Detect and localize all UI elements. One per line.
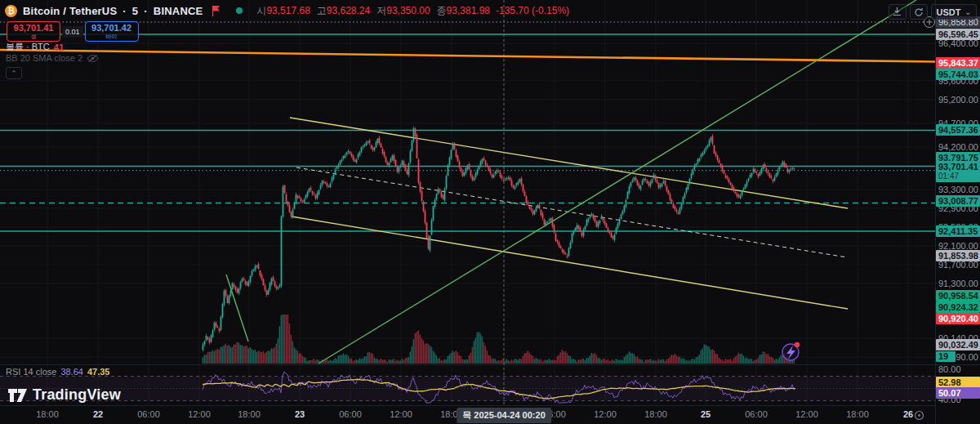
- rsi-legend[interactable]: RSI 14 close 38.64 47.35: [6, 367, 109, 377]
- bb-legend-label: BB 20 SMA close 2: [6, 53, 82, 63]
- close-value: 93,381.98: [447, 5, 490, 16]
- time-axis[interactable]: 18:002206:0012:0018:002306:0012:0018:000…: [0, 405, 936, 424]
- exchange-label[interactable]: BINANCE: [154, 5, 203, 17]
- price-tick: 80.00: [938, 364, 961, 374]
- chart-stage: ₿ Bitcoin / TetherUS · 5 · BINANCE 시93,5…: [0, 0, 980, 424]
- chevron-up-icon: ⌃: [11, 69, 17, 78]
- close-label: 종: [437, 5, 447, 16]
- currency-dropdown[interactable]: USDT ⌄: [931, 4, 978, 20]
- time-label: 26: [903, 409, 913, 419]
- order-widget: 93,701.41 셀 0.01 93,701.42 바이: [7, 21, 139, 42]
- time-label: 18:00: [846, 409, 869, 419]
- time-label: 06:00: [137, 409, 160, 419]
- time-label: 12:00: [795, 409, 818, 419]
- ohlc-readout: 시93,517.68 고93,628.24 저93,350.00 종93,381…: [256, 4, 490, 18]
- volume-legend-label: 볼륨 · BTC: [6, 41, 50, 53]
- price-label-teal: 93,008.77: [936, 195, 980, 207]
- volume-legend-value: 41: [54, 42, 64, 52]
- eye-off-icon[interactable]: [87, 54, 99, 63]
- high-label: 고: [317, 5, 327, 16]
- spread-value: 0.01: [62, 26, 83, 38]
- chart-header: ₿ Bitcoin / TetherUS · 5 · BINANCE 시93,5…: [5, 3, 569, 18]
- crosshair-time-label: 목 2025-04-24 00:20: [457, 408, 551, 423]
- price-label-gray: 91,853.98: [936, 250, 980, 261]
- time-label: 12:00: [390, 409, 412, 419]
- price-scale[interactable]: 96,400.0095,600.0095,200.0094,700.0094,2…: [936, 0, 980, 405]
- price-label-red: 90,920.40: [936, 313, 980, 324]
- price-label-purple: 50.07: [936, 387, 980, 399]
- currency-value: USDT: [937, 7, 961, 17]
- price-label-teal: 94,557.36: [936, 124, 980, 136]
- open-value: 93,517.68: [266, 5, 310, 16]
- flag-icon[interactable]: [212, 6, 220, 16]
- interval-label[interactable]: 5: [132, 5, 138, 17]
- price-label-gray: 96,596.45: [936, 29, 980, 40]
- open-label: 시: [256, 5, 266, 16]
- symbol-separator: ·: [122, 5, 127, 17]
- time-label: 22: [93, 409, 103, 419]
- time-label: 25: [701, 409, 710, 419]
- price-label-green: 90,958.54: [936, 290, 980, 301]
- price-tick: 93,300.00: [938, 185, 978, 194]
- price-label-gray: 90,032.49: [936, 339, 980, 350]
- price-label-yellow: 52.98: [936, 377, 980, 388]
- high-value: 93,628.24: [327, 5, 370, 16]
- price-tick: 91,300.00: [938, 279, 978, 288]
- time-label: 18:00: [644, 409, 667, 419]
- rsi-legend-label: RSI 14 close: [6, 367, 56, 377]
- time-label: 06:00: [339, 409, 362, 419]
- main-chart[interactable]: [0, 0, 980, 424]
- sell-button[interactable]: 93,701.41 셀: [7, 21, 60, 42]
- buy-button[interactable]: 93,701.42 바이: [85, 21, 139, 42]
- low-value: 93,350.00: [386, 5, 430, 16]
- refresh-button[interactable]: [910, 4, 928, 20]
- tradingview-mark-icon: [8, 387, 28, 404]
- current-price-label: 93,701.4101:47: [936, 161, 980, 182]
- change-value: -135.70 (-0.15%): [496, 5, 569, 16]
- time-label: 23: [295, 409, 305, 419]
- buy-price: 93,701.42: [91, 24, 131, 33]
- rsi-ma-legend-value: 47.35: [87, 367, 110, 377]
- tradingview-logo[interactable]: TradingView: [8, 386, 121, 404]
- time-label: 12:00: [594, 409, 617, 419]
- price-label-teal: 95,744.03: [936, 69, 980, 80]
- rsi-legend-value: 38.64: [60, 367, 83, 377]
- market-status-dot[interactable]: [236, 7, 243, 14]
- sell-label: 셀: [31, 33, 37, 39]
- axis-settings-gear-icon[interactable]: [914, 410, 924, 421]
- download-button[interactable]: [889, 4, 906, 20]
- price-label-green: 90,924.32: [936, 301, 980, 313]
- lightning-status-icon[interactable]: [782, 342, 800, 360]
- collapse-panel-button[interactable]: ⌃: [6, 67, 22, 79]
- time-label: 18:00: [238, 409, 261, 419]
- chevron-down-icon: ⌄: [964, 8, 971, 16]
- bb-legend[interactable]: BB 20 SMA close 2: [6, 53, 99, 63]
- time-label: 12:00: [188, 409, 211, 419]
- low-label: 저: [376, 5, 386, 16]
- time-label: 18:00: [36, 409, 59, 419]
- price-tick: 95,200.00: [938, 95, 978, 105]
- price-label-teal: 92,411.35: [936, 225, 980, 237]
- sell-price: 93,701.41: [14, 24, 54, 33]
- volume-legend[interactable]: 볼륨 · BTC 41: [6, 41, 64, 53]
- price-label-red: 95,843.37: [936, 57, 980, 69]
- price-label-volsm: 19: [936, 351, 956, 362]
- symbol-name[interactable]: Bitcoin / TetherUS: [23, 5, 117, 17]
- time-label: 06:00: [745, 409, 768, 419]
- symbol-separator2: ·: [144, 5, 148, 17]
- tradingview-logo-text: TradingView: [33, 386, 121, 404]
- buy-label: 바이: [106, 33, 118, 39]
- price-tick: 94,200.00: [938, 142, 978, 152]
- btc-logo-icon: ₿: [5, 5, 17, 17]
